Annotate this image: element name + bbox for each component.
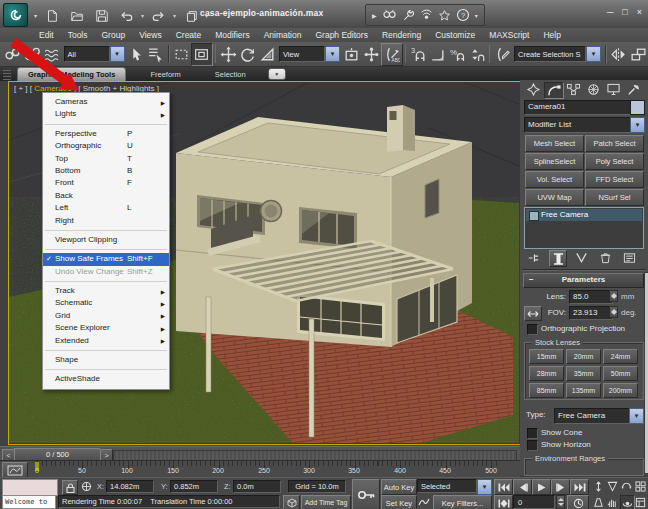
tab-selection[interactable]: Selection xyxy=(205,68,256,81)
perspective-icon[interactable] xyxy=(592,495,605,509)
object-color-swatch[interactable] xyxy=(630,100,645,115)
orthographic-checkbox[interactable] xyxy=(527,324,538,335)
parameters-rollout-header[interactable]: − Parameters xyxy=(523,273,644,288)
key-mode-toggle-button[interactable] xyxy=(494,495,513,509)
camera-type-dropdown[interactable]: Free Camera xyxy=(554,408,634,424)
modifier-list-dropdown[interactable]: Modifier List xyxy=(524,117,635,133)
menu-item-scene-explorer[interactable]: Scene Explorer▶ xyxy=(43,322,169,334)
maximize-button[interactable]: □ xyxy=(622,7,627,17)
selection-filter-dropdown[interactable]: All ▼ xyxy=(64,46,125,62)
lens-85mm-button[interactable]: 85mm xyxy=(529,383,564,398)
menu-animation[interactable]: Animation xyxy=(257,28,309,42)
z-coordinate-field[interactable]: 0.0m xyxy=(233,480,281,493)
edit-named-selection-sets-icon[interactable] xyxy=(492,44,512,65)
percent-snap-toggle-icon[interactable]: % xyxy=(448,44,468,65)
window-crossing-toggle-icon[interactable] xyxy=(191,43,213,66)
fov-direction-button[interactable] xyxy=(524,306,542,321)
go-to-start-button[interactable] xyxy=(494,479,513,495)
stack-item-free-camera[interactable]: Free Camera xyxy=(526,209,642,221)
subscription-wrench-icon[interactable] xyxy=(402,9,415,22)
type-arrow-icon[interactable]: ▼ xyxy=(629,408,644,424)
spinner-snap-toggle-icon[interactable] xyxy=(467,44,487,65)
make-unique-icon[interactable] xyxy=(573,251,589,265)
show-end-result-icon[interactable] xyxy=(549,250,567,267)
align-icon[interactable] xyxy=(628,44,648,65)
absolute-offset-mode-icon[interactable] xyxy=(79,480,93,493)
auto-key-button[interactable]: Auto Key xyxy=(381,479,417,495)
lens-28mm-button[interactable]: 28mm xyxy=(529,366,564,381)
menu-modifiers[interactable]: Modifiers xyxy=(208,28,256,42)
menu-maxscript[interactable]: MAXScript xyxy=(482,28,536,42)
object-name-field[interactable]: Camera01 xyxy=(524,100,631,115)
menu-item-top[interactable]: TopT xyxy=(43,153,169,165)
x-coordinate-field[interactable]: 14.082m xyxy=(106,480,154,493)
favorites-star-icon[interactable] xyxy=(438,9,451,22)
vol-select-button[interactable]: Vol. Select xyxy=(525,171,584,188)
zoom-extents-all-icon[interactable] xyxy=(634,479,647,493)
poly-select-button[interactable]: Poly Select xyxy=(585,153,644,170)
tab-graphite-modeling-tools[interactable]: Graphite Modeling Tools xyxy=(17,67,126,81)
modifier-list-arrow-icon[interactable]: ▼ xyxy=(630,117,645,133)
combo-arrow-icon[interactable]: ▼ xyxy=(325,46,340,62)
menu-item-activeshade[interactable]: ActiveShade xyxy=(43,373,169,385)
create-tab-icon[interactable] xyxy=(524,82,542,97)
project-folder-button[interactable] xyxy=(180,5,201,26)
maximize-viewport-toggle-icon[interactable] xyxy=(634,495,647,509)
menu-item-right[interactable]: Right xyxy=(43,215,169,227)
menu-rendering[interactable]: Rendering xyxy=(375,28,428,42)
mesh-select-button[interactable]: Mesh Select xyxy=(525,135,584,152)
unlink-selection-icon[interactable] xyxy=(23,44,43,65)
configure-modifier-sets-icon[interactable] xyxy=(621,251,637,265)
lens-50mm-button[interactable]: 50mm xyxy=(603,366,638,381)
menu-customize[interactable]: Customize xyxy=(428,28,482,42)
fov-value-field[interactable]: 23.913 xyxy=(569,306,613,320)
select-and-link-icon[interactable] xyxy=(3,44,23,65)
save-file-button[interactable] xyxy=(91,5,112,26)
menu-tools[interactable]: Tools xyxy=(61,28,95,42)
set-key-button[interactable]: Set Key xyxy=(381,495,417,509)
rectangular-selection-region-icon[interactable] xyxy=(172,44,192,65)
select-and-scale-icon[interactable] xyxy=(257,44,277,65)
modifier-stack-list[interactable]: Free Camera xyxy=(524,207,644,249)
field-of-view-icon[interactable] xyxy=(606,479,619,493)
menu-item-cameras[interactable]: Cameras▶ xyxy=(43,96,169,108)
snaps-toggle-icon[interactable]: 3 xyxy=(408,44,428,65)
menu-views[interactable]: Views xyxy=(132,28,169,42)
menu-item-grid[interactable]: Grid▶ xyxy=(43,310,169,322)
menu-item-bottom[interactable]: BottomB xyxy=(43,165,169,177)
undo-flyout-icon[interactable]: ▾ xyxy=(141,12,144,19)
isolate-cube-icon[interactable] xyxy=(283,495,300,509)
menu-item-viewport-clipping[interactable]: Viewport Clipping xyxy=(43,234,169,246)
lens-35mm-button[interactable]: 35mm xyxy=(566,366,601,381)
track-bar[interactable]: 0 50 100 150 200 250 300 350 400 450 500 xyxy=(0,460,520,478)
add-time-tag-button[interactable]: Add Time Tag xyxy=(301,495,351,509)
remove-modifier-icon[interactable] xyxy=(597,251,613,265)
lens-spinner[interactable] xyxy=(609,290,618,302)
lens-135mm-button[interactable]: 135mm xyxy=(566,383,601,398)
select-object-icon[interactable] xyxy=(127,44,147,65)
select-and-move-icon[interactable] xyxy=(218,44,238,65)
lens-24mm-button[interactable]: 24mm xyxy=(603,349,638,364)
search-icon[interactable] xyxy=(382,9,397,22)
y-coordinate-field[interactable]: 0.852m xyxy=(170,480,218,493)
angle-snap-toggle-icon[interactable] xyxy=(428,44,448,65)
keyboard-shortcut-override-icon[interactable]: ABC xyxy=(381,43,403,66)
maxscript-mini-listener-pink[interactable] xyxy=(2,479,58,496)
utilities-tab-icon[interactable] xyxy=(624,82,642,97)
show-horizon-checkbox[interactable] xyxy=(527,440,538,451)
combo-arrow-icon[interactable]: ▼ xyxy=(586,46,601,62)
menu-group[interactable]: Group xyxy=(95,28,133,42)
close-button[interactable]: × xyxy=(637,7,642,17)
use-pivot-point-center-icon[interactable] xyxy=(342,44,362,65)
filter-combo-arrow-icon[interactable]: ▼ xyxy=(477,479,492,495)
current-frame-field[interactable]: 0 xyxy=(513,495,555,509)
selection-lock-icon[interactable] xyxy=(62,480,78,495)
maxscript-mini-listener[interactable]: Welcome to xyxy=(2,495,56,509)
previous-frame-button[interactable] xyxy=(513,479,532,495)
select-and-rotate-icon[interactable] xyxy=(238,44,258,65)
hierarchy-tab-icon[interactable] xyxy=(564,82,582,97)
display-tab-icon[interactable] xyxy=(604,82,622,97)
named-selection-sets-dropdown[interactable]: Create Selection S ▼ xyxy=(514,46,601,62)
ffd-select-button[interactable]: FFD Select xyxy=(585,171,644,188)
menu-item-orthographic[interactable]: OrthographicU xyxy=(43,140,169,152)
